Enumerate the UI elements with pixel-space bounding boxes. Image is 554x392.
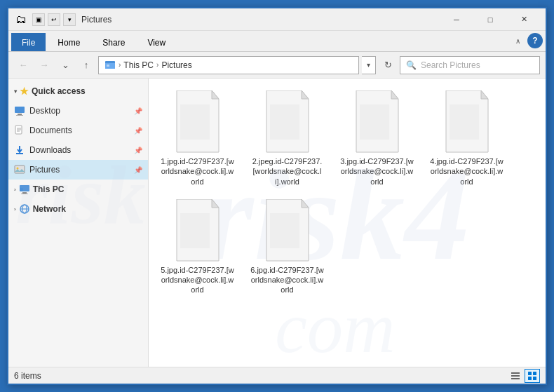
this-pc-header[interactable]: › This PC xyxy=(8,180,148,199)
svg-rect-39 xyxy=(511,378,520,379)
svg-rect-4 xyxy=(18,114,22,115)
svg-rect-30 xyxy=(450,104,479,140)
this-pc-label: This PC xyxy=(33,184,65,194)
file-icon-1 xyxy=(170,90,226,154)
svg-marker-29 xyxy=(481,90,488,99)
svg-rect-43 xyxy=(533,377,536,380)
path-icon xyxy=(104,60,116,71)
file-icon-5 xyxy=(170,199,226,262)
file-item-1[interactable]: 1.jpg.id-C279F237.[worldsnake@cock.li].w… xyxy=(157,87,238,190)
file-name-5: 5.jpg.id-C279F237.[worldsnake@cock.li].w… xyxy=(161,265,234,295)
quick-access-label: Quick access xyxy=(32,86,86,96)
svg-marker-35 xyxy=(302,199,309,208)
qs-btn-1[interactable]: ▣ xyxy=(32,13,45,26)
help-button[interactable]: ? xyxy=(527,33,543,48)
window-title: Pictures xyxy=(81,15,440,25)
svg-rect-14 xyxy=(22,192,27,194)
sidebar-item-documents[interactable]: Documents 📌 xyxy=(8,121,148,140)
view-buttons xyxy=(508,369,540,383)
list-view-button[interactable] xyxy=(508,369,523,383)
file-name-4: 4.jpg.id-C279F237.[worldsnake@cock.li].w… xyxy=(430,156,504,187)
refresh-button[interactable]: ↻ xyxy=(379,56,397,74)
network-header[interactable]: › Network xyxy=(8,199,148,219)
svg-rect-42 xyxy=(528,377,532,380)
search-box[interactable]: 🔍 Search Pictures xyxy=(400,56,540,74)
svg-rect-40 xyxy=(528,372,532,375)
status-bar: 6 items xyxy=(8,367,546,384)
quick-access-header[interactable]: ▾ ★ Quick access xyxy=(8,81,148,101)
nav-dropdown[interactable]: ⌄ xyxy=(56,56,74,74)
quick-access-expand-icon: ▾ xyxy=(14,88,17,95)
explorer-window: 🗂 ▣ ↩ ▾ Pictures ─ □ ✕ File Home Share V… xyxy=(7,7,547,385)
back-button[interactable]: ← xyxy=(14,56,32,74)
downloads-label: Downloads xyxy=(29,145,130,155)
ribbon-expand-area: ∧ ? xyxy=(511,33,543,51)
ribbon-collapse-icon[interactable]: ∧ xyxy=(511,34,525,48)
tab-home[interactable]: Home xyxy=(47,33,90,51)
network-icon xyxy=(19,203,30,215)
path-part-thispc[interactable]: This PC xyxy=(123,60,154,70)
address-path[interactable]: › This PC › Pictures xyxy=(98,56,359,74)
file-item-6[interactable]: 6.jpg.id-C279F237.[worldsnake@cock.li].w… xyxy=(247,196,327,299)
file-item-2[interactable]: 2.jpeg.id-C279F237.[worldsnake@cock.li].… xyxy=(247,87,327,190)
this-pc-icon xyxy=(19,184,30,195)
pictures-icon xyxy=(14,164,25,175)
documents-label: Documents xyxy=(29,126,130,135)
network-expand-icon: › xyxy=(14,206,16,212)
path-sep-2: › xyxy=(156,61,158,69)
svg-marker-32 xyxy=(212,199,219,208)
file-name-2: 2.jpeg.id-C279F237.[worldsnake@cock.li].… xyxy=(250,156,324,187)
svg-rect-5 xyxy=(16,115,23,116)
ribbon: File Home Share View ∧ ? xyxy=(8,31,546,52)
ribbon-tab-bar: File Home Share View ∧ ? xyxy=(8,31,546,52)
main-content: ▾ ★ Quick access Desktop 📌 Documents 📌 xyxy=(8,79,546,367)
window-icon: 🗂 xyxy=(14,13,28,27)
desktop-icon xyxy=(14,105,25,116)
up-button[interactable]: ↑ xyxy=(77,56,95,74)
file-item-4[interactable]: 4.jpg.id-C279F237.[worldsnake@cock.li].w… xyxy=(426,87,507,190)
file-item-3[interactable]: 3.jpg.id-C279F237.[worldsnake@cock.li].w… xyxy=(337,87,417,190)
svg-rect-37 xyxy=(511,372,520,374)
maximize-button[interactable]: □ xyxy=(474,10,506,29)
svg-marker-23 xyxy=(302,90,309,99)
close-button[interactable]: ✕ xyxy=(508,10,540,29)
file-item-5[interactable]: 5.jpg.id-C279F237.[worldsnake@cock.li].w… xyxy=(157,196,238,299)
file-icon-2 xyxy=(259,90,316,154)
svg-rect-41 xyxy=(533,372,536,375)
file-name-6: 6.jpg.id-C279F237.[worldsnake@cock.li].w… xyxy=(250,265,324,295)
file-icon-4 xyxy=(439,90,495,154)
tab-share[interactable]: Share xyxy=(92,33,135,51)
qs-dropdown[interactable]: ▾ xyxy=(63,13,76,26)
svg-marker-20 xyxy=(212,90,219,99)
this-pc-expand-icon: › xyxy=(14,187,16,193)
sidebar: ▾ ★ Quick access Desktop 📌 Documents 📌 xyxy=(8,79,149,367)
network-label: Network xyxy=(33,204,66,214)
search-icon: 🔍 xyxy=(406,60,417,70)
sidebar-item-pictures[interactable]: Pictures 📌 xyxy=(8,160,148,180)
svg-rect-2 xyxy=(107,65,109,67)
minimize-button[interactable]: ─ xyxy=(440,10,473,29)
downloads-pin-icon: 📌 xyxy=(134,147,142,154)
file-area: 1.jpg.id-C279F237.[worldsnake@cock.li].w… xyxy=(149,79,546,367)
svg-rect-15 xyxy=(21,194,28,194)
downloads-icon xyxy=(14,144,25,156)
large-icon-view-button[interactable] xyxy=(525,369,540,383)
sidebar-item-downloads[interactable]: Downloads 📌 xyxy=(8,140,148,160)
quick-save-buttons: ▣ ↩ ▾ xyxy=(32,13,76,26)
pictures-pin-icon: 📌 xyxy=(134,166,142,174)
tab-file[interactable]: File xyxy=(11,33,46,51)
svg-rect-11 xyxy=(15,165,25,173)
file-name-1: 1.jpg.id-C279F237.[worldsnake@cock.li].w… xyxy=(161,156,234,187)
svg-rect-13 xyxy=(20,185,29,191)
address-bar: ← → ⌄ ↑ › This PC › Pictures ▾ ↻ 🔍 Searc… xyxy=(8,52,546,79)
pictures-label: Pictures xyxy=(29,165,130,175)
file-icon-3 xyxy=(349,90,405,154)
path-part-pictures[interactable]: Pictures xyxy=(161,60,191,70)
address-dropdown-btn[interactable]: ▾ xyxy=(362,56,376,74)
forward-button[interactable]: → xyxy=(35,56,53,74)
qs-btn-2[interactable]: ↩ xyxy=(48,13,60,26)
sidebar-item-desktop[interactable]: Desktop 📌 xyxy=(8,101,148,121)
search-placeholder: Search Pictures xyxy=(421,60,480,70)
window-controls: ─ □ ✕ xyxy=(440,10,540,29)
tab-view[interactable]: View xyxy=(137,33,176,51)
